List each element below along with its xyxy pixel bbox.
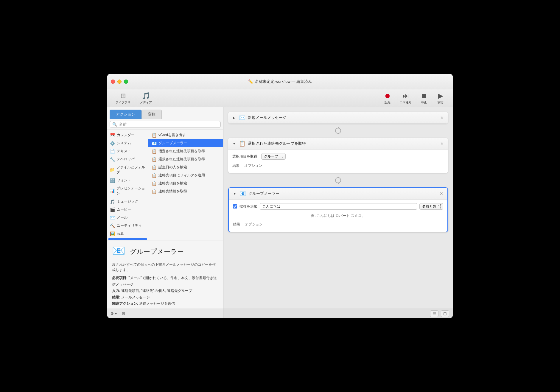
action-get-specified[interactable]: 📋 指定された連絡先項目を取得 (148, 147, 223, 155)
record-icon: ⏺ (384, 92, 391, 100)
group-select[interactable]: グループ (261, 153, 286, 160)
action-get-selected[interactable]: 📋 選択された連絡先項目を取得 (148, 155, 223, 163)
column-view-button[interactable]: ⊟ (441, 310, 449, 317)
tab-results-2[interactable]: 結果 (233, 222, 240, 228)
category-contacts[interactable]: 📋 連絡先 (108, 238, 147, 240)
greeting-checkbox[interactable] (233, 204, 237, 209)
tab-actions[interactable]: アクション (110, 110, 141, 119)
name-format-select[interactable]: 名前と姓 (419, 203, 443, 210)
action-filter[interactable]: 📋 連絡先項目にフィルタを適用 (148, 171, 223, 179)
action-group-mailer[interactable]: 📧 グループメーラー (148, 139, 223, 147)
tab-variables[interactable]: 変数 (141, 110, 162, 119)
action-search[interactable]: 📋 連絡先項目を検索 (148, 179, 223, 187)
category-files[interactable]: 📁 ファイルとフォルダ (107, 163, 148, 176)
action-vcard[interactable]: 📋 vCardを書き出す (148, 131, 223, 139)
close-button[interactable] (111, 80, 115, 84)
main-window: ✏️ 名称未定定.workflow — 編集済み ⊞ ライブラリ 🎵 メディア … (107, 74, 453, 318)
category-presentation[interactable]: 📊 プレゼンテーション (107, 184, 148, 197)
action-birthday[interactable]: 📋 誕生日の人を検索 (148, 163, 223, 171)
filter-icon: 📋 (151, 173, 157, 178)
get-contacts-tabs: 結果 オプション (232, 162, 444, 169)
toolbar-left: ⊞ ライブラリ 🎵 メディア (112, 90, 155, 106)
close-get-contacts[interactable]: ✕ (440, 141, 444, 146)
mail-icon: ✉️ (110, 215, 115, 220)
category-mail[interactable]: ✉️ メール (107, 214, 148, 222)
category-list: 📅 カレンダー ⚙️ システム 📄 テキスト 🔧 デベロッパ (107, 130, 148, 240)
result-label: 結果: (112, 295, 120, 299)
card-new-mail-header: ▶ ✉️ 新規メールメッセージ ✕ (228, 112, 448, 124)
related-value: 送信メッセージを送信 (139, 301, 175, 306)
get-contacts-field-row: 選択項目を取得: グループ (232, 153, 444, 160)
category-developer[interactable]: 🔧 デベロッパ (107, 155, 148, 163)
tab-options-1[interactable]: オプション (244, 163, 262, 169)
developer-icon: 🔧 (110, 157, 115, 162)
expand-group-mailer[interactable]: ▼ (232, 191, 237, 196)
action-get-info-label: 連絡先情報を取得 (158, 189, 187, 194)
list-view-button[interactable]: ☰ (430, 310, 438, 317)
get-contacts-title: 選択された連絡先グループを取得 (248, 141, 437, 146)
vcard-icon: 📋 (151, 133, 157, 138)
field-label-selection: 選択項目を取得: (232, 154, 258, 159)
info-description: 渡されたすべての個人への下書きメールメッセージのコピーを作成します。 (112, 262, 218, 273)
connector-1 (228, 127, 448, 134)
category-music[interactable]: 🎵 ミュージック (107, 197, 148, 206)
card-group-mailer-header: ▼ 📧 グループメーラー ✕ (229, 188, 447, 200)
fullscreen-button[interactable] (124, 80, 128, 84)
action-get-info[interactable]: 📋 連絡先情報を取得 (148, 187, 223, 195)
tab-options-2[interactable]: オプション (245, 222, 263, 228)
info-title: グループメーラー (130, 247, 184, 256)
run-label: 実行 (438, 100, 444, 105)
category-fonts[interactable]: 🔠 フォント (107, 176, 148, 184)
record-button[interactable]: ⏺ 記録 (380, 90, 395, 106)
action-group-mailer-label: グループメーラー (158, 141, 187, 146)
library-button[interactable]: ⊞ ライブラリ (112, 90, 134, 106)
library-label: ライブラリ (116, 100, 130, 105)
category-calendar[interactable]: 📅 カレンダー (107, 131, 148, 139)
sidebar-tabs: アクション 変数 (107, 107, 223, 119)
media-label: メディア (140, 100, 152, 105)
category-photos-label: 写真 (117, 231, 124, 236)
get-contacts-icon: 📋 (239, 140, 245, 147)
category-mail-label: メール (117, 215, 127, 220)
step-button[interactable]: ⏭ コマ送り (397, 90, 415, 106)
category-text[interactable]: 📄 テキスト (107, 147, 148, 155)
category-text-label: テキスト (117, 149, 131, 154)
group-mailer-tabs: 結果 オプション (233, 221, 443, 228)
group-mailer-card-icon: 📧 (239, 190, 246, 197)
expand-get-contacts[interactable]: ▼ (232, 141, 237, 146)
category-utility[interactable]: 🔨 ユーティリティ (107, 222, 148, 230)
connector-2 (228, 177, 448, 184)
action-list: 📋 vCardを書き出す 📧 グループメーラー 📋 指定された連絡先項目を取得 … (148, 130, 223, 240)
close-group-mailer[interactable]: ✕ (439, 191, 444, 196)
tab-results-1[interactable]: 結果 (232, 163, 239, 169)
close-new-mail[interactable]: ✕ (440, 115, 444, 120)
greeting-label: 挨拶を追加 (239, 204, 257, 209)
connector-dot-1 (335, 128, 341, 134)
card-group-mailer-body: 挨拶を追加 名前と姓 ⬆⬇ 例: こんにちは ロバート スミス、 結果 (229, 200, 447, 232)
birthday-icon: 📋 (151, 165, 157, 170)
name-format-wrap: 名前と姓 ⬆⬇ (419, 203, 443, 210)
category-photos[interactable]: 🖼️ 写真 (107, 230, 148, 238)
info-header: 📧 グループメーラー (112, 245, 218, 259)
search-input[interactable] (119, 122, 218, 127)
greeting-input[interactable] (260, 203, 417, 210)
stop-label: 中止 (421, 100, 427, 105)
info-meta: 必要項目: "メール"で開かれている、件名、本文、添付書類付き送信メッセージ 入… (112, 275, 218, 307)
media-button[interactable]: 🎵 メディア (136, 90, 155, 106)
stop-icon: ⏹ (421, 92, 427, 100)
category-system[interactable]: ⚙️ システム (107, 139, 148, 147)
sidebar: アクション 変数 🔍 📅 カレンダー ⚙️ (107, 107, 223, 318)
traffic-lights (111, 80, 128, 84)
search-icon: 🔍 (112, 122, 117, 127)
run-button[interactable]: ▶ 実行 (433, 90, 448, 106)
required-value: "メール"で開かれている、件名、本文、添付書類付き送信メッセージ (112, 276, 217, 287)
gear-button[interactable]: ⚙ ▾ (110, 310, 118, 317)
category-movie[interactable]: 🎬 ムービー (107, 206, 148, 214)
sidebar-panels: 📅 カレンダー ⚙️ システム 📄 テキスト 🔧 デベロッパ (107, 130, 223, 240)
stop-button[interactable]: ⏹ 中止 (416, 90, 431, 106)
category-calendar-label: カレンダー (117, 133, 135, 138)
expand-button[interactable]: ⊟ (119, 310, 127, 317)
expand-new-mail[interactable]: ▶ (232, 115, 237, 120)
main-content: アクション 変数 🔍 📅 カレンダー ⚙️ (107, 107, 453, 318)
minimize-button[interactable] (117, 80, 122, 84)
